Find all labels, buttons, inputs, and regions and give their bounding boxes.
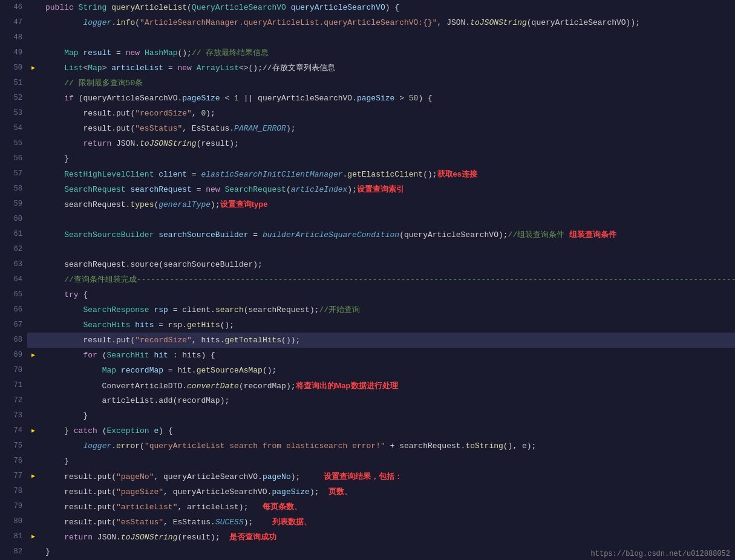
line-number: 82 [0, 544, 27, 559]
line-number: 70 [0, 363, 27, 378]
code-token [45, 63, 64, 73]
code-line: 58 SearchRequest searchRequest = new Sea… [0, 181, 735, 197]
line-number: 79 [0, 499, 27, 514]
code-token: //查询条件组装完成------------------------------… [45, 275, 735, 284]
code-token: ); [211, 200, 220, 209]
line-content: } [39, 408, 735, 423]
code-token: (); [263, 366, 276, 375]
line-number: 54 [0, 121, 27, 136]
code-token: // 限制最多查询50条 [45, 79, 143, 88]
line-number: 65 [0, 287, 27, 302]
line-content [39, 212, 735, 227]
code-token: PARAM_ERROR [234, 124, 286, 133]
line-content: SearchRequest searchRequest = new Search… [39, 181, 735, 197]
code-token: , EsStatus. [163, 518, 215, 527]
code-line: 73 } [0, 408, 735, 423]
code-token: 每页条数、 [263, 502, 302, 511]
code-token: Map [88, 63, 102, 73]
code-token: ) { [385, 3, 399, 12]
code-token: generalType [158, 200, 211, 209]
line-content: try { [39, 287, 735, 302]
code-token: SearchHits [83, 321, 135, 330]
code-token: List [64, 63, 83, 73]
code-token: result.put( [45, 518, 116, 527]
code-token [45, 321, 83, 330]
code-token: ( [140, 441, 145, 451]
code-token: client [158, 170, 187, 179]
code-token: = hit. [163, 366, 197, 375]
code-token: = [163, 63, 177, 73]
code-token: = [248, 230, 262, 239]
line-content: searchRequest.source(searchSourceBuilder… [39, 257, 735, 272]
line-number: 47 [0, 15, 27, 30]
code-token: logger [83, 18, 111, 27]
code-token: HashMap [145, 48, 178, 57]
code-line: 57 RestHighLevelClient client = elasticS… [0, 166, 735, 181]
line-number: 71 [0, 378, 27, 393]
code-token: SearchSourceBuilder [64, 230, 158, 239]
code-line: 79 result.put("articleList", articleList… [0, 499, 735, 514]
line-content [39, 242, 735, 257]
code-token: getElasticClient [347, 170, 423, 179]
code-token: JSON. [97, 533, 121, 542]
gutter-icon: ▶ [27, 529, 39, 544]
code-token: queryArticleSearchVO [291, 3, 385, 12]
code-token: <>();//存放文章列表信息 [239, 63, 335, 73]
code-token: public [45, 3, 79, 12]
code-token: ); [244, 518, 272, 527]
line-number: 62 [0, 242, 27, 257]
code-token: , [192, 109, 201, 118]
code-token [45, 48, 64, 57]
code-token: SearchResponse [83, 305, 154, 314]
code-token: = [111, 48, 125, 57]
code-line: 56 } [0, 151, 735, 166]
code-token: (queryArticleSearchVO. [79, 94, 183, 103]
code-token: "pageNo" [116, 472, 154, 481]
code-token: < [220, 94, 234, 103]
line-content: return JSON.toJSONString(result); 是否查询成功 [39, 529, 735, 545]
line-content: List<Map> articleList = new ArrayList<>(… [39, 60, 735, 76]
line-number: 68 [0, 333, 27, 348]
line-content: SearchSourceBuilder searchSourceBuilder … [39, 227, 735, 243]
code-token: { [83, 290, 88, 299]
line-number: 73 [0, 408, 27, 423]
code-token: (result); [197, 139, 239, 148]
code-token: 是否查询成功 [229, 532, 276, 541]
code-token: toJSONString [121, 533, 178, 542]
code-token: "articleList" [116, 503, 177, 512]
code-token: (recordMap); [239, 382, 296, 391]
code-token [45, 230, 64, 239]
code-line: 76 } [0, 454, 735, 469]
code-token: } [45, 457, 69, 466]
line-number: 53 [0, 106, 27, 121]
code-token [45, 94, 64, 103]
code-token: JSON. [116, 139, 140, 148]
code-token: pageSize [357, 94, 394, 103]
line-content: Map recordMap = hit.getSourceAsMap(); [39, 363, 735, 378]
code-line: 68 result.put("recordSize", hits.getTota… [0, 333, 735, 348]
code-token: for [83, 351, 102, 360]
line-number: 55 [0, 136, 27, 151]
code-token: , JSON. [437, 18, 471, 27]
code-token: , hits. [192, 336, 225, 345]
line-number: 46 [0, 0, 27, 15]
code-token: pageSize [272, 487, 309, 497]
line-content: Map result = new HashMap();// 存放最终结果信息 [39, 45, 735, 60]
line-number: 64 [0, 272, 27, 287]
line-number: 81 [0, 529, 27, 544]
line-content: ConvertArticleDTO.convertDate(recordMap)… [39, 378, 735, 394]
code-token: SearchHit [106, 351, 154, 360]
line-number: 51 [0, 76, 27, 91]
code-token: recordMap [121, 366, 163, 375]
line-content: } [39, 151, 735, 166]
code-token: pageSize [182, 94, 220, 103]
code-token: result.put( [45, 336, 135, 345]
code-token: rsp [154, 305, 168, 314]
code-line: 49 Map result = new HashMap();// 存放最终结果信… [0, 45, 735, 60]
code-line: 52 if (queryArticleSearchVO.pageSize < 1… [0, 91, 735, 106]
code-token: = client. [168, 305, 215, 314]
code-line: 64 //查询条件组装完成---------------------------… [0, 272, 735, 287]
gutter-icon: ▶ [27, 469, 39, 484]
code-token [45, 290, 64, 299]
code-token: logger [83, 441, 111, 451]
